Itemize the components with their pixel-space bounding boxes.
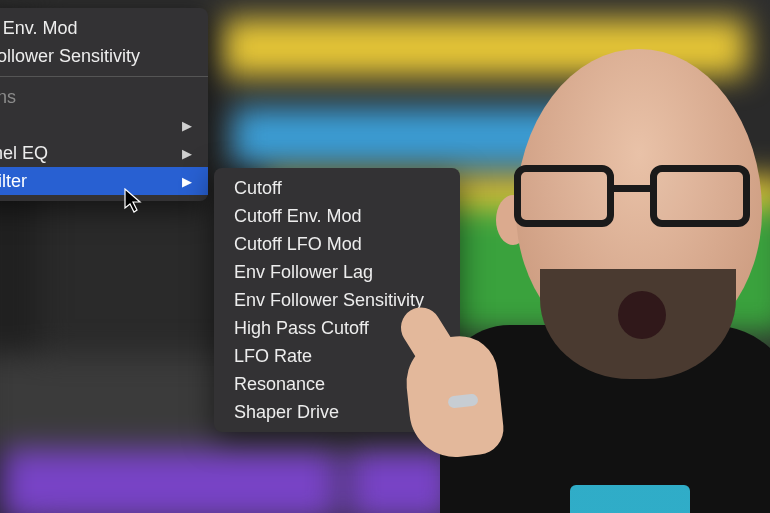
menu-item-env-follower-sensitivity[interactable]: Env Follower Sensitivity xyxy=(0,42,208,70)
menu-item-es2[interactable]: ES2 ▶ xyxy=(0,111,208,139)
menu-item-autofilter[interactable]: AutoFilter ▶ xyxy=(0,167,208,195)
menu-item-cutoff-env-mod[interactable]: Cutoff Env. Mod xyxy=(0,14,208,42)
menu-item-label: Cutoff Env. Mod xyxy=(0,19,77,37)
menu-item-channel-eq[interactable]: Channel EQ ▶ xyxy=(0,139,208,167)
menu-separator xyxy=(0,76,208,77)
chevron-right-icon: ▶ xyxy=(182,119,192,132)
context-menu: Cutoff Env. Mod Env Follower Sensitivity… xyxy=(0,8,208,201)
menu-item-label: Env Follower Sensitivity xyxy=(0,47,140,65)
menu-item-label: Cutoff LFO Mod xyxy=(234,235,362,253)
menu-section-header: Plug-Ins xyxy=(0,83,208,111)
menu-item-label: High Pass Cutoff xyxy=(234,319,369,337)
menu-item-label: Env Follower Sensitivity xyxy=(234,291,424,309)
menu-item-label: Resonance xyxy=(234,375,325,393)
menu-item-label: Cutoff Env. Mod xyxy=(234,207,361,225)
presenter-photo xyxy=(420,25,770,513)
menu-item-label: Channel EQ xyxy=(0,144,48,162)
menu-section-label: Plug-Ins xyxy=(0,88,16,106)
menu-item-label: Env Follower Lag xyxy=(234,263,373,281)
chevron-right-icon: ▶ xyxy=(182,175,192,188)
menu-item-label: AutoFilter xyxy=(0,172,27,190)
menu-item-label: Cutoff xyxy=(234,179,282,197)
menu-item-label: Shaper Drive xyxy=(234,403,339,421)
menu-item-label: LFO Rate xyxy=(234,347,312,365)
chevron-right-icon: ▶ xyxy=(182,147,192,160)
